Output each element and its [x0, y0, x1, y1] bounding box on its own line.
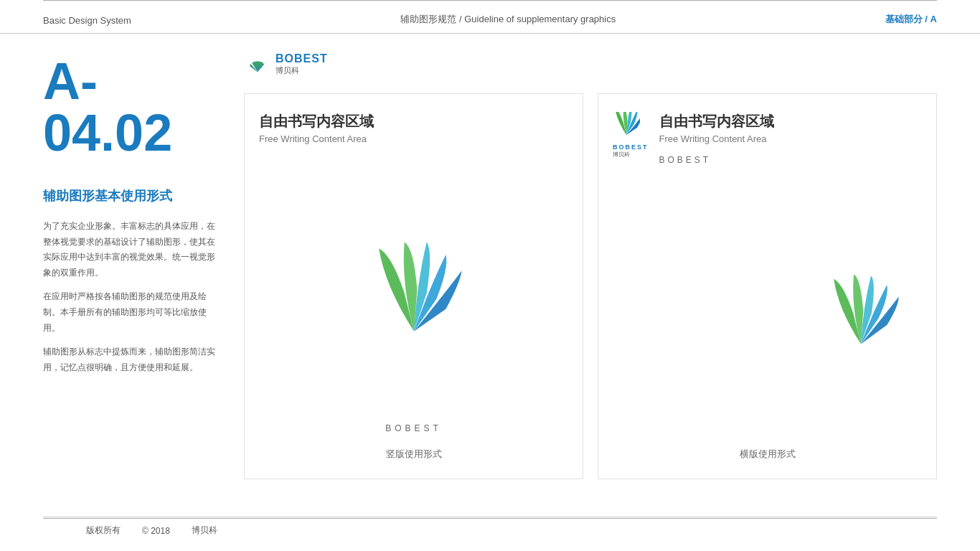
vertical-title-en: Free Writing Content Area: [259, 133, 374, 144]
vertical-fan-icon: [346, 232, 482, 347]
top-logo-chinese: 博贝科: [275, 65, 328, 76]
horizontal-title-cn: 自由书写内容区域: [659, 112, 774, 131]
page-number: A-04.02: [43, 55, 222, 159]
para-2: 在应用时严格按各辅助图形的规范使用及绘制。本手册所有的辅助图形均可等比缩放使用。: [43, 289, 222, 336]
vertical-title-area: 自由书写内容区域 Free Writing Content Area: [259, 112, 374, 144]
section-text: 为了充实企业形象。丰富标志的具体应用，在整体视觉要求的基础设计了辅助图形，使其在…: [43, 219, 222, 375]
horizontal-fan-area: [613, 176, 922, 441]
horizontal-top: BOBEST 博贝科 自由书写内容区域 Free Writing Content…: [613, 112, 922, 165]
footer-year: © 2018: [142, 526, 170, 536]
horizontal-usage: 横版使用形式: [613, 448, 922, 461]
main-content: A-04.02 辅助图形基本使用形式 为了充实企业形象。丰富标志的具体应用，在整…: [0, 34, 980, 506]
vertical-fan-container: [346, 162, 482, 418]
horizontal-logo-icon: [613, 112, 640, 139]
top-logo-text: BOBEST 博贝科: [275, 52, 328, 76]
horizontal-title-area: 自由书写内容区域 Free Writing Content Area BOBES…: [659, 112, 774, 165]
footer: 版权所有 © 2018 博贝科: [43, 517, 937, 544]
vertical-title-cn: 自由书写内容区域: [259, 112, 374, 131]
header-right: 基础部分 / A: [885, 13, 937, 26]
footer-company: 博贝科: [192, 524, 217, 537]
right-panel: BOBEST 博贝科 自由书写内容区域 Free Writing Content…: [244, 34, 937, 506]
horizontal-fan-icon: [800, 258, 922, 359]
horizontal-logo-chinese-small: 博贝科: [613, 151, 649, 159]
vertical-brand: BOBEST: [385, 423, 442, 433]
left-panel: A-04.02 辅助图形基本使用形式 为了充实企业形象。丰富标志的具体应用，在整…: [43, 34, 244, 506]
horizontal-title-en: Free Writing Content Area: [659, 133, 774, 144]
demo-area: 自由书写内容区域 Free Writing Content Area: [244, 93, 937, 479]
horizontal-logo: BOBEST 博贝科: [613, 112, 649, 165]
para-3: 辅助图形从标志中提炼而来，辅助图形简洁实用，记忆点很明确，且方便使用和延展。: [43, 344, 222, 375]
horizontal-brand: BOBEST: [659, 155, 774, 165]
header-center: 辅助图形规范 / Guideline of supplementary grap…: [400, 13, 616, 26]
para-1: 为了充实企业形象。丰富标志的具体应用，在整体视觉要求的基础设计了辅助图形，使其在…: [43, 219, 222, 281]
horizontal-logo-name-small: BOBEST: [613, 143, 649, 151]
top-logo-area: BOBEST 博贝科: [244, 50, 328, 77]
header-left: Basic Design System: [43, 15, 131, 26]
section-title: 辅助图形基本使用形式: [43, 187, 222, 204]
horizontal-demo: BOBEST 博贝科 自由书写内容区域 Free Writing Content…: [598, 93, 937, 479]
top-logo-name: BOBEST: [275, 52, 328, 65]
vertical-demo: 自由书写内容区域 Free Writing Content Area: [244, 93, 583, 479]
footer-copyright: 版权所有: [86, 524, 121, 537]
top-logo-icon: [244, 50, 271, 77]
header: Basic Design System 辅助图形规范 / Guideline o…: [0, 0, 980, 34]
vertical-usage: 竖版使用形式: [386, 448, 442, 461]
